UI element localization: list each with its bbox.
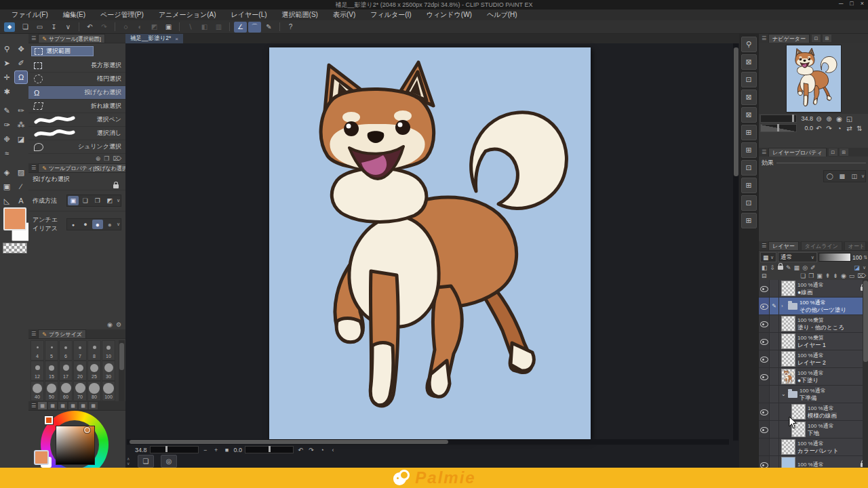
combine-down-icon[interactable]: ⇟ [833,272,838,279]
subtool-shrink-select[interactable]: シュリンク選択 [28,140,125,154]
tool-property-lock-icon[interactable] [113,184,119,188]
restore-defaults-icon[interactable]: ◉ [107,321,113,328]
layer-thumbnail[interactable] [781,439,795,455]
brush-size-scrollbar[interactable] [119,340,125,403]
zoom-tool-icon[interactable]: ⚲ [0,42,14,56]
antialias-strong-icon[interactable]: ● [104,220,115,229]
layer-row-layer2[interactable]: 100 %通常レイヤー 2 [759,350,868,368]
foreground-color-swatch[interactable] [3,207,26,230]
layer-row-shitanuri[interactable]: 100 %通常●下塗り [759,368,868,386]
creation-method-caret-icon[interactable]: ∨ [117,198,120,203]
visibility-eye-icon[interactable] [760,462,768,468]
subtool-selection-pen[interactable]: 選択ペン [28,113,125,127]
canvas-rotation-slider[interactable] [245,446,294,453]
merge-icon[interactable]: ◉ [841,272,846,279]
effect-layer-color-icon[interactable]: ◫ [849,171,860,181]
layers-menu-icon[interactable]: ☰ [762,243,766,249]
navigator-zoom-slider[interactable] [760,115,797,123]
antialias-weak-icon[interactable]: ● [80,220,91,229]
canvas-document[interactable] [269,47,591,439]
canvas-zoom-reset-icon[interactable]: ■ [223,447,231,453]
redo-icon[interactable]: ↷ [98,22,111,33]
auto-action-tab[interactable]: オートアクション [844,241,866,250]
visibility-eye-icon[interactable] [760,409,768,415]
disabled-icon-1[interactable]: ∖ [184,22,197,33]
frame-tool-icon[interactable]: ▣ [0,180,14,193]
brush-size-25[interactable]: 25 [87,361,101,381]
brush-tool-icon[interactable]: ✑ [0,118,14,131]
canvas-zoom-value[interactable]: 34.8 [135,447,147,453]
subtool-lasso-select[interactable]: Ω 投げなわ選択 [28,86,125,100]
tool-navigation-tab-icon[interactable]: ⊞ [840,148,848,156]
set-as-draft-icon[interactable]: ◎ [802,264,808,271]
brush-size-7[interactable]: 7 [73,340,87,361]
quick-material-9-icon[interactable]: ⊡ [741,195,757,211]
flatten-icon[interactable]: ▭ [849,272,855,279]
lock-transparent-icon[interactable]: ✎ [786,264,791,271]
eyedropper-tool-icon[interactable]: ✐ [14,56,28,70]
save-dropdown-icon[interactable]: ∨ [62,22,75,33]
brush-size-4[interactable]: 4 [31,340,44,361]
folder-expand-icon[interactable]: ⌄ [781,391,786,397]
subtool-erase-selection[interactable]: 選択消し [28,127,125,140]
deselect-icon[interactable]: ◌ [119,22,132,33]
text-tool-icon[interactable]: A [14,194,28,207]
quick-material-7-icon[interactable]: ⊡ [741,160,757,176]
brush-size-40[interactable]: 40 [31,381,44,401]
quick-material-10-icon[interactable]: ⊞ [741,213,757,228]
layers-scrollbar[interactable] [863,279,868,469]
subtool-polyline-select[interactable]: 折れ線選択 [28,100,125,113]
opacity-value[interactable]: 100 [852,254,862,261]
fill-tool-icon[interactable]: ◈ [0,165,14,179]
color-wheel-tab-icon[interactable]: ▦ [38,402,47,409]
disabled-icon-3[interactable]: ▥ [212,22,225,33]
wheel-foreground-swatch[interactable] [34,450,49,465]
layer-property-menu-icon[interactable]: ☰ [762,149,766,155]
layer-row-moyou-senga[interactable]: 100 %通常模様の線画 [759,403,868,421]
duplicate-subtool-icon[interactable]: ❐ [104,155,109,162]
transfer-down-icon[interactable]: ⇞ [825,272,831,279]
canvas-fit-button[interactable]: ❏ [138,455,154,468]
menu-layer[interactable]: レイヤー(L) [224,9,275,20]
brush-size-100[interactable]: 100 [102,381,115,401]
layer-row-layer1[interactable]: 100 %乗算レイヤー 1 [759,333,868,350]
navigator-flip-v-icon[interactable]: ⇅ [855,125,864,132]
layer-thumbnail[interactable] [781,369,795,384]
item-bank-tab-icon[interactable]: ⊞ [823,35,831,42]
auto-select-tool-icon[interactable]: ✱ [0,85,14,98]
visibility-eye-icon[interactable] [760,426,768,433]
opacity-slider[interactable] [818,253,851,262]
quick-material-8-icon[interactable]: ⊞ [741,178,757,193]
canvas-flip-icon[interactable]: ‹ [329,447,337,453]
subtool-menu-icon[interactable]: ☰ [31,35,36,41]
navigator-flip-h-icon[interactable]: ⇄ [845,125,854,132]
navigator-fit-icon[interactable]: ◱ [845,115,854,123]
eraser-tool-icon[interactable]: ◪ [14,132,28,146]
intermediate-color-tab-icon[interactable]: ▦ [68,402,77,409]
open-file-icon[interactable]: ▭ [33,22,46,33]
new-layer-dropdown-icon[interactable]: ❐ [808,272,814,279]
canvas-zoom-in-icon[interactable]: + [212,447,220,453]
delete-subtool-icon[interactable]: ⌦ [113,155,121,162]
subtool-ellipse-select[interactable]: 楕円選択 [28,73,125,86]
gradient-tool-icon[interactable]: ▨ [14,165,28,179]
brush-size-menu-icon[interactable]: ☰ [31,331,36,337]
hand-tool-icon[interactable]: ✥ [14,42,28,56]
layer-property-tab[interactable]: レイヤープロパティ [768,148,827,157]
quick-zoom-icon[interactable]: ⚲ [741,37,757,52]
canvas-zoom-out-icon[interactable]: − [201,447,210,453]
tool-property-menu-icon[interactable]: ☰ [31,165,36,171]
add-selection-icon[interactable]: ❏ [80,196,91,205]
maximize-button[interactable]: □ [850,0,853,7]
canvas-rotate-reset-icon[interactable]: ◔ [318,447,326,453]
clip-at-layer-below-icon[interactable]: ◧ [762,264,768,271]
subtool-rectangle-select[interactable]: 長方形選択 [28,59,125,73]
save-icon[interactable]: ↧ [47,22,60,33]
menu-page[interactable]: ページ管理(P) [93,9,151,20]
brush-size-15[interactable]: 15 [45,361,58,381]
layer-color-caret-icon[interactable]: ∨ [863,265,866,270]
enable-mask-icon[interactable]: ▦ [794,264,800,271]
quick-material-1-icon[interactable]: ⊠ [741,54,757,70]
navigator-preview[interactable] [786,45,842,113]
reference-layer-icon[interactable]: ✐ [810,264,816,271]
